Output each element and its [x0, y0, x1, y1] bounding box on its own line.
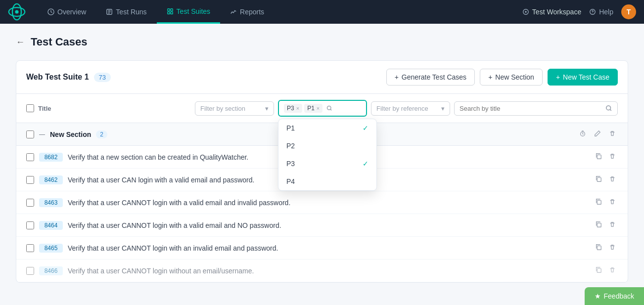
search-small-icon: [326, 105, 332, 111]
delete-button[interactable]: [607, 174, 618, 186]
page-container: ← Test Cases Web Test Suite 1 73 + Gener…: [0, 24, 644, 295]
priority-option-p1[interactable]: P1 ✓: [278, 119, 376, 137]
section-count-badge: 2: [96, 131, 107, 138]
help-link[interactable]: Help: [589, 8, 613, 16]
remove-p3[interactable]: ×: [296, 105, 299, 111]
svg-point-2: [15, 10, 18, 13]
filter-reference-placeholder: Filter by reference: [376, 105, 428, 112]
section-edit-button[interactable]: [592, 128, 603, 140]
trash-row-icon: [609, 244, 616, 251]
filter-reference-dropdown[interactable]: Filter by reference ▾: [371, 101, 450, 116]
suite-title-group: Web Test Suite 1 73: [26, 73, 111, 82]
delete-button[interactable]: [607, 219, 618, 231]
logo[interactable]: [8, 3, 26, 21]
copy-button[interactable]: [593, 196, 604, 209]
back-button[interactable]: ←: [16, 37, 25, 47]
reports-icon: [230, 8, 237, 15]
nav-test-suites[interactable]: Test Suites: [157, 0, 220, 24]
row-checkbox[interactable]: [26, 199, 34, 207]
user-avatar[interactable]: T: [621, 4, 636, 19]
copy-button[interactable]: [593, 174, 604, 186]
generate-test-cases-button[interactable]: + Generate Test Cases: [386, 69, 475, 86]
test-runs-icon: [106, 8, 113, 15]
table-row: 8464 Verify that a user CANNOT login wit…: [16, 214, 628, 237]
page-header: ← Test Cases: [16, 36, 628, 48]
nav-reports[interactable]: Reports: [220, 0, 274, 24]
delete-button[interactable]: [607, 151, 618, 163]
svg-rect-21: [597, 268, 601, 272]
suite-header: Web Test Suite 1 73 + Generate Test Case…: [16, 61, 628, 94]
help-icon: [589, 8, 596, 15]
nav-test-runs[interactable]: Test Runs: [96, 0, 156, 24]
feedback-label: Feedback: [604, 292, 634, 295]
test-id: 8463: [39, 198, 63, 207]
delete-button[interactable]: [607, 264, 618, 277]
trash-row-icon: [609, 198, 616, 205]
priority-option-p2[interactable]: P2: [278, 137, 376, 155]
section-collapse-icon[interactable]: —: [39, 131, 45, 138]
copy-icon: [595, 221, 602, 228]
trash-row-icon: [609, 266, 616, 273]
test-id: 8464: [39, 221, 63, 230]
search-input[interactable]: [460, 105, 602, 112]
row-actions: [593, 174, 618, 186]
check-p1-icon: ✓: [363, 124, 368, 132]
priority-option-p3[interactable]: P3 ✓: [278, 155, 376, 173]
row-checkbox[interactable]: [26, 221, 34, 229]
remove-p1[interactable]: ×: [317, 105, 320, 111]
new-test-case-button[interactable]: + New Test Case: [548, 69, 618, 86]
section-timer-button[interactable]: [577, 128, 588, 140]
edit-icon: [594, 130, 601, 137]
nav-overview[interactable]: Overview: [38, 0, 96, 24]
select-all-checkbox[interactable]: [26, 104, 34, 112]
nav-items: Overview Test Runs Test Suites Reports: [38, 0, 522, 24]
filter-priority-dropdown[interactable]: P3 × P1 ×: [278, 100, 367, 117]
svg-point-10: [525, 11, 527, 13]
timer-icon: [579, 130, 586, 137]
overview-icon: [47, 8, 54, 15]
chevron-down-icon: ▾: [265, 105, 269, 112]
svg-rect-6: [170, 8, 172, 10]
check-p3-icon: ✓: [363, 160, 368, 168]
row-checkbox[interactable]: [26, 153, 34, 161]
trash-row-icon: [609, 175, 616, 182]
row-actions: [593, 219, 618, 231]
priority-option-p4[interactable]: P4: [278, 173, 376, 190]
new-section-button[interactable]: + New Section: [480, 69, 543, 86]
row-checkbox[interactable]: [26, 244, 34, 252]
workspace-indicator: Test Workspace: [522, 8, 581, 16]
table-row: 8465 Verify that a user CANNOT login wit…: [16, 237, 628, 260]
section-checkbox[interactable]: [26, 131, 34, 138]
copy-icon: [595, 175, 602, 182]
row-checkbox[interactable]: [26, 267, 34, 275]
delete-button[interactable]: [607, 242, 618, 254]
page-title: Test Cases: [31, 36, 88, 48]
copy-button[interactable]: [593, 264, 604, 277]
feedback-button[interactable]: ★ Feedback: [585, 287, 644, 295]
copy-button[interactable]: [593, 151, 604, 163]
svg-rect-5: [167, 8, 169, 10]
row-actions: [593, 151, 618, 163]
trash-row-icon: [609, 153, 616, 160]
test-id: 8462: [39, 175, 63, 184]
test-title: Verify that a user CANNOT login with a v…: [68, 221, 588, 229]
search-icon: [605, 105, 612, 112]
priority-tag-p3: P3 ×: [284, 104, 302, 113]
copy-icon: [595, 266, 602, 273]
copy-button[interactable]: [593, 219, 604, 231]
delete-button[interactable]: [607, 196, 618, 209]
svg-rect-18: [597, 200, 601, 204]
star-icon: ★: [595, 292, 601, 295]
section-delete-button[interactable]: [607, 128, 618, 140]
copy-icon: [595, 153, 602, 160]
trash-icon: [609, 130, 616, 137]
suite-count-badge: 73: [94, 73, 111, 82]
row-checkbox[interactable]: [26, 176, 34, 184]
filter-section-placeholder: Filter by section: [200, 105, 245, 112]
copy-button[interactable]: [593, 242, 604, 254]
plus-icon: +: [395, 73, 399, 81]
test-id: 8466: [39, 266, 63, 275]
row-actions: [593, 196, 618, 209]
navbar: Overview Test Runs Test Suites Reports T…: [0, 0, 644, 24]
filter-section-dropdown[interactable]: Filter by section ▾: [195, 101, 274, 116]
